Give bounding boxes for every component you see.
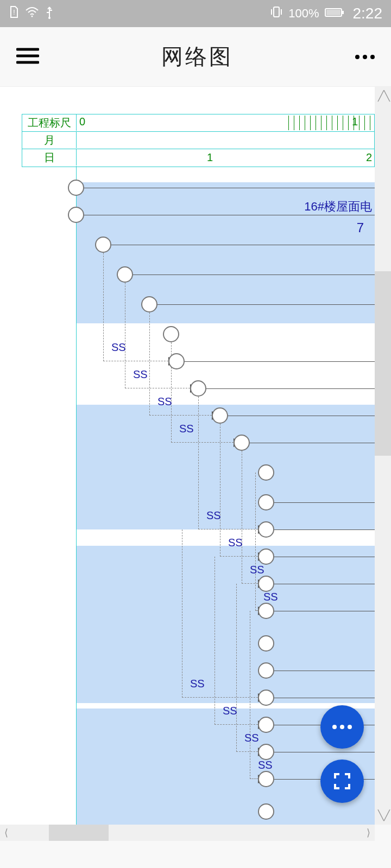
scroll-up-icon: ╱╲ <box>378 90 390 102</box>
activity-node[interactable] <box>258 771 274 787</box>
scroll-down-icon: ╲╱ <box>378 809 390 821</box>
svg-text:!: ! <box>13 9 15 16</box>
vertical-scroll-handle[interactable] <box>375 271 391 456</box>
ss-label: SS <box>157 395 172 408</box>
ss-label: SS <box>190 678 205 690</box>
task-line <box>266 611 375 611</box>
scroll-left-icon: ⟨ <box>4 827 8 839</box>
activity-node[interactable] <box>258 717 274 733</box>
svg-rect-3 <box>274 7 279 17</box>
task-line <box>149 304 375 305</box>
svg-point-2 <box>48 17 51 19</box>
battery-percent: 100% <box>288 7 319 21</box>
ss-label: SS <box>133 368 148 381</box>
wifi-icon <box>25 7 39 21</box>
activity-node[interactable] <box>258 603 274 619</box>
task-line <box>266 529 375 530</box>
ss-label: SS <box>250 564 264 576</box>
activity-node[interactable] <box>163 326 179 342</box>
activity-node[interactable] <box>258 494 274 510</box>
ss-label: SS <box>223 705 237 717</box>
task-line <box>103 245 375 245</box>
task-label: 16#楼屋面电 <box>304 199 372 215</box>
ruler-row: 工程标尺 0 1 <box>22 114 374 132</box>
chart-viewport[interactable]: 工程标尺 0 1 月 日 1 2 16#楼屋面电 7 SSSSSSSSSSSSS… <box>0 87 375 825</box>
task-line <box>266 698 375 698</box>
activity-node[interactable] <box>258 548 274 565</box>
page-title: 网络图 <box>161 42 233 72</box>
dependency-line <box>250 611 258 779</box>
activity-node[interactable] <box>68 207 84 223</box>
clock-text: 2:22 <box>353 5 383 22</box>
activity-node[interactable] <box>258 662 274 679</box>
task-line <box>76 188 375 188</box>
ss-label: SS <box>111 341 126 354</box>
activity-node[interactable] <box>258 635 274 652</box>
ss-label: SS <box>263 591 278 603</box>
task-line <box>266 584 375 584</box>
task-line <box>266 557 375 557</box>
horizontal-scroll-handle[interactable] <box>49 825 109 841</box>
activity-node[interactable] <box>68 180 84 196</box>
sim-icon: ! <box>9 5 20 22</box>
task-line <box>125 275 375 275</box>
app-header: 网络图 <box>0 27 391 87</box>
status-right: 100% 2:22 <box>270 5 382 22</box>
svg-rect-6 <box>326 10 340 15</box>
ruler-ticks <box>288 116 374 130</box>
ss-label: SS <box>258 759 273 771</box>
task-line <box>176 361 375 362</box>
activity-node[interactable] <box>95 237 111 253</box>
activity-node[interactable] <box>258 521 274 538</box>
day-row: 日 1 2 <box>22 149 374 167</box>
vertical-scrollbar[interactable]: ╱╲ ╲╱ <box>375 87 391 825</box>
ss-label: SS <box>228 537 243 549</box>
activity-node[interactable] <box>258 576 274 592</box>
month-row: 月 <box>22 132 374 149</box>
activity-node[interactable] <box>141 296 157 312</box>
activity-node[interactable] <box>190 380 206 397</box>
activity-node[interactable] <box>212 407 228 424</box>
fab-fullscreen-button[interactable] <box>320 760 364 803</box>
scroll-right-icon: ⟩ <box>367 827 370 839</box>
activity-node[interactable] <box>258 744 274 760</box>
task-line <box>220 416 375 416</box>
day-value-2: 2 <box>366 151 372 164</box>
task-line <box>266 671 375 671</box>
ruler-row-label: 工程标尺 <box>22 114 77 131</box>
ruler-one: 1 <box>352 116 358 128</box>
task-line <box>266 752 375 752</box>
activity-node[interactable] <box>168 353 185 369</box>
fab-more-button[interactable] <box>320 705 364 749</box>
usb-icon <box>45 5 54 22</box>
status-bar: ! 100% 2:22 <box>0 0 391 27</box>
battery-icon <box>325 7 344 21</box>
task-line <box>266 502 375 503</box>
ss-label: SS <box>206 509 221 522</box>
activity-node[interactable] <box>258 803 274 820</box>
chart-header: 工程标尺 0 1 月 日 1 2 <box>22 114 375 167</box>
more-button[interactable] <box>355 55 375 59</box>
ruler-zero: 0 <box>79 116 85 128</box>
menu-button[interactable] <box>16 47 39 67</box>
activity-node[interactable] <box>234 435 250 451</box>
activity-node[interactable] <box>258 464 274 481</box>
status-left: ! <box>9 5 54 22</box>
svg-point-1 <box>31 16 33 17</box>
task-number: 7 <box>357 220 364 235</box>
vibrate-icon <box>270 5 283 22</box>
day-row-label: 日 <box>22 149 77 165</box>
ss-label: SS <box>244 732 259 744</box>
day-value-1: 1 <box>207 151 213 164</box>
task-line <box>76 215 375 215</box>
svg-rect-5 <box>342 11 344 14</box>
horizontal-scrollbar[interactable]: ⟨ ⟩ <box>0 825 375 841</box>
month-row-label: 月 <box>22 132 77 148</box>
activity-node[interactable] <box>117 266 133 283</box>
ss-label: SS <box>179 423 194 435</box>
activity-node[interactable] <box>258 690 274 706</box>
task-line <box>242 443 375 443</box>
task-line <box>198 388 375 389</box>
